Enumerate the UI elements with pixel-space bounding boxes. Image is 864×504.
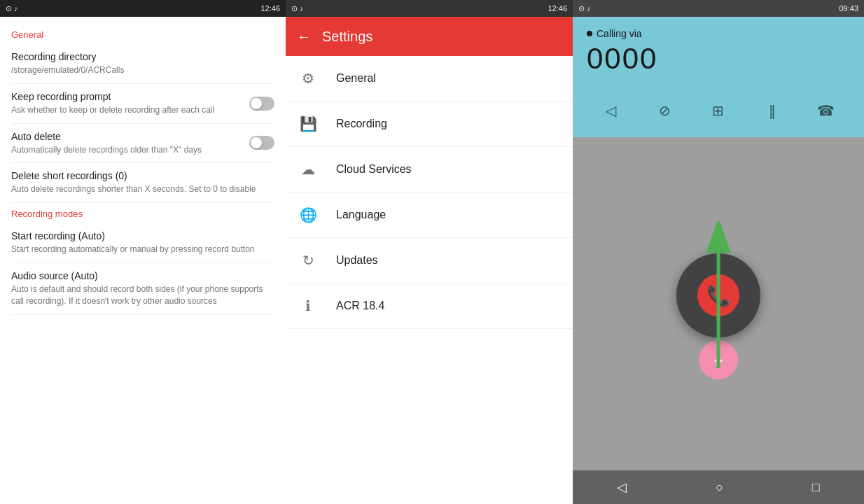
menu-item-acr_info[interactable]: ℹ ACR 18.4 [286, 284, 573, 329]
calling-dot [587, 31, 592, 36]
status-left-p1: ⊙ ♪ [6, 4, 18, 13]
toolbar-title: Settings [322, 29, 372, 45]
settings-item[interactable]: Delete short recordings (0) Auto delete … [11, 163, 274, 203]
call-info-section: Calling via 0000 [573, 17, 864, 90]
speaker-button[interactable]: ◁ [595, 95, 626, 126]
settings-item[interactable]: Start recording (Auto) Start recording a… [11, 223, 274, 263]
settings-item-desc: /storage/emulated/0/ACRCalls [11, 64, 274, 76]
settings-item-title: Delete short recordings (0) [11, 170, 274, 181]
settings-item[interactable]: Keep recording prompt Ask whether to kee… [11, 84, 274, 124]
settings-menu-panel: ⊙ ♪ 12:46 ← Settings ⚙ General 💾 Recordi… [286, 0, 573, 504]
settings-menu-list: ⚙ General 💾 Recording ☁ Cloud Services 🌐… [286, 56, 573, 504]
add-call-button[interactable]: ☎ [811, 95, 842, 126]
updates-icon: ↻ [297, 249, 319, 272]
settings-content: General Recording directory /storage/emu… [0, 17, 286, 322]
settings-item-title: Start recording (Auto) [11, 230, 274, 241]
call-number: 0000 [587, 42, 850, 76]
language-icon: 🌐 [297, 204, 319, 226]
settings-item-desc: Start recording automatically or manual … [11, 244, 274, 255]
toggle-switch[interactable] [249, 136, 274, 150]
home-nav-button[interactable]: ○ [710, 475, 729, 500]
settings-detail-panel: ⊙ ♪ 12:46 General Recording directory /s… [0, 0, 286, 504]
settings-item-desc: Automatically delete recordings older th… [11, 144, 202, 156]
recording-label: Recording [336, 118, 387, 130]
calling-via-label: Calling via [587, 28, 850, 39]
hold-button[interactable]: ‖ [757, 95, 788, 126]
back-nav-button[interactable]: ◁ [611, 474, 632, 500]
general-label: General [336, 72, 376, 85]
settings-item[interactable]: Auto delete Automatically delete recordi… [11, 124, 274, 164]
toggle-switch[interactable] [249, 97, 274, 111]
status-left-p3: ⊙ ♪ [578, 4, 591, 13]
keypad-button[interactable]: ⊞ [703, 95, 734, 126]
phone-icon: 📞 [706, 284, 731, 307]
call-actions-bar: ◁ ⊘ ⊞ ‖ ☎ [573, 90, 864, 137]
recording-icon: 💾 [297, 113, 319, 135]
settings-item[interactable]: Audio source (Auto) Auto is default and … [11, 263, 274, 315]
acr_info-label: ACR 18.4 [336, 300, 384, 312]
status-bar-panel2: ⊙ ♪ 12:46 [286, 0, 573, 17]
section-header: Recording modes [11, 209, 274, 219]
cloud_services-icon: ☁ [297, 158, 319, 181]
language-label: Language [336, 209, 386, 221]
settings-item-title: Keep recording prompt [11, 91, 214, 102]
menu-item-recording[interactable]: 💾 Recording [286, 102, 573, 147]
cloud_services-label: Cloud Services [336, 163, 412, 176]
record-button[interactable]: 📞 [676, 253, 760, 337]
status-left-p2: ⊙ ♪ [291, 4, 304, 13]
settings-item-desc: Auto is default and should record both s… [11, 284, 274, 307]
settings-item-title: Auto delete [11, 131, 202, 142]
settings-item-desc: Ask whether to keep or delete recording … [11, 104, 214, 116]
settings-item-title: Recording directory [11, 51, 274, 62]
back-button[interactable]: ← [297, 29, 311, 45]
mute-button[interactable]: ⊘ [649, 95, 680, 126]
status-bar-panel1: ⊙ ♪ 12:46 [0, 0, 286, 17]
general-icon: ⚙ [297, 67, 319, 90]
menu-item-updates[interactable]: ↻ Updates [286, 238, 573, 284]
call-center-area: 📞 ↔ [573, 137, 864, 470]
menu-item-language[interactable]: 🌐 Language [286, 192, 573, 238]
section-header: General [11, 29, 274, 40]
updates-label: Updates [336, 254, 378, 267]
status-right-p1: 12:46 [260, 4, 280, 13]
settings-toolbar: ← Settings [286, 17, 573, 56]
recents-nav-button[interactable]: □ [807, 475, 825, 500]
status-right-p3: 09:43 [839, 4, 858, 13]
record-button-inner: 📞 [697, 274, 739, 316]
menu-item-general[interactable]: ⚙ General [286, 56, 573, 102]
navigation-bar: ◁ ○ □ [573, 470, 864, 504]
status-right-p2: 12:46 [548, 4, 567, 13]
settings-item[interactable]: Recording directory /storage/emulated/0/… [11, 44, 274, 84]
drag-circle-button[interactable]: ↔ [699, 340, 738, 379]
acr_info-icon: ℹ [297, 295, 319, 317]
status-bar-panel3: ⊙ ♪ 09:43 [573, 0, 864, 17]
drag-arrows-icon: ↔ [711, 352, 725, 368]
call-screen-panel: ⊙ ♪ 09:43 Calling via 0000 ◁ ⊘ ⊞ ‖ ☎ 📞 [573, 0, 864, 504]
settings-item-title: Audio source (Auto) [11, 270, 274, 281]
menu-item-cloud_services[interactable]: ☁ Cloud Services [286, 147, 573, 192]
settings-item-desc: Auto delete recordings shorter than X se… [11, 183, 274, 195]
